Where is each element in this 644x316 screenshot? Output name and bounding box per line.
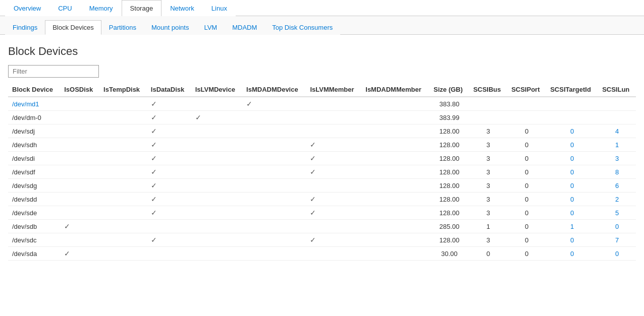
table-cell	[60, 206, 99, 220]
table-cell: /dev/sdf	[8, 165, 60, 179]
col-header-isdatadisk: IsDataDisk	[147, 83, 191, 97]
top-nav-tab-memory[interactable]: Memory	[81, 0, 122, 16]
table-cell	[361, 179, 430, 193]
table-cell	[598, 111, 636, 124]
table-row: /dev/dm-0✓✓383.99	[8, 111, 636, 124]
table-cell	[60, 179, 99, 193]
table-cell: 0	[507, 179, 546, 193]
table-cell: ✓	[306, 138, 361, 152]
table-cell	[60, 193, 99, 206]
table-cell: 285.00	[430, 220, 469, 233]
table-cell: 0	[546, 193, 598, 206]
table-cell: ✓	[147, 124, 191, 138]
table-cell	[99, 97, 147, 111]
table-row: /dev/sdb✓285.001010	[8, 220, 636, 233]
table-cell: /dev/sdj	[8, 124, 60, 138]
sub-nav-tab-mount-points[interactable]: Mount points	[144, 20, 196, 35]
sub-nav-tab-block-devices[interactable]: Block Devices	[45, 20, 101, 35]
table-cell	[242, 233, 306, 247]
table-header: Block DeviceIsOSDiskIsTempDiskIsDataDisk…	[8, 83, 636, 97]
table-cell	[191, 124, 242, 138]
table-cell	[306, 124, 361, 138]
table-cell	[99, 165, 147, 179]
table-cell: /dev/sde	[8, 206, 60, 220]
table-cell: ✓	[306, 152, 361, 165]
table-cell: 128.00	[430, 165, 469, 179]
table-cell	[361, 124, 430, 138]
table-cell: 128.00	[430, 124, 469, 138]
table-cell: 0	[546, 165, 598, 179]
table-cell: 0	[469, 247, 508, 261]
table-cell	[99, 220, 147, 233]
table-cell	[60, 111, 99, 124]
col-header-scsiport: SCSIPort	[507, 83, 546, 97]
table-cell	[191, 247, 242, 261]
table-cell	[191, 233, 242, 247]
table-cell: 0	[507, 165, 546, 179]
col-header-block-device: Block Device	[8, 83, 60, 97]
top-nav-tab-cpu[interactable]: CPU	[49, 0, 80, 16]
table-cell	[191, 165, 242, 179]
table-header-row: Block DeviceIsOSDiskIsTempDiskIsDataDisk…	[8, 83, 636, 97]
table-cell	[361, 206, 430, 220]
sub-nav: FindingsBlock DevicesPartitionsMount poi…	[0, 16, 644, 35]
sub-nav-tab-top-disk-consumers[interactable]: Top Disk Consumers	[264, 20, 340, 35]
table-cell: ✓	[306, 193, 361, 206]
table-cell	[242, 138, 306, 152]
sub-nav-tab-lvm[interactable]: LVM	[196, 20, 225, 35]
table-cell: 0	[546, 206, 598, 220]
table-cell: ✓	[147, 233, 191, 247]
top-nav-tab-network[interactable]: Network	[162, 0, 203, 16]
table-cell: 0	[546, 124, 598, 138]
table-cell	[361, 111, 430, 124]
table-cell[interactable]: /dev/md1	[8, 97, 60, 111]
table-cell: /dev/sdd	[8, 193, 60, 206]
table-cell: 1	[469, 220, 508, 233]
table-cell: 0	[546, 179, 598, 193]
table-cell	[306, 220, 361, 233]
table-cell	[361, 233, 430, 247]
col-header-scsilun: SCSILun	[598, 83, 636, 97]
table-cell: 3	[469, 206, 508, 220]
table-row: /dev/sdf✓✓128.003008	[8, 165, 636, 179]
table-cell	[60, 97, 99, 111]
table-cell: /dev/dm-0	[8, 111, 60, 124]
table-cell	[242, 206, 306, 220]
table-row: /dev/sdd✓✓128.003002	[8, 193, 636, 206]
table-cell: 7	[598, 233, 636, 247]
table-cell: /dev/sdh	[8, 138, 60, 152]
table-cell	[361, 247, 430, 261]
sub-nav-tab-findings[interactable]: Findings	[5, 20, 45, 35]
table-cell: ✓	[147, 193, 191, 206]
table-cell	[242, 179, 306, 193]
table-cell	[306, 97, 361, 111]
table-cell	[306, 111, 361, 124]
table-cell	[361, 152, 430, 165]
table-cell: 0	[507, 124, 546, 138]
table-cell	[99, 233, 147, 247]
sub-nav-tab-mdadm[interactable]: MDADM	[225, 20, 264, 35]
table-cell	[147, 220, 191, 233]
table-cell: ✓	[147, 138, 191, 152]
table-row: /dev/md1✓✓383.80	[8, 97, 636, 111]
top-nav-tab-linux[interactable]: Linux	[203, 0, 236, 16]
table-cell: 1	[598, 138, 636, 152]
top-nav-tab-storage[interactable]: Storage	[122, 0, 162, 16]
filter-input[interactable]	[8, 65, 99, 78]
table-cell: 383.99	[430, 111, 469, 124]
table-cell	[361, 165, 430, 179]
table-cell	[99, 206, 147, 220]
top-nav-tab-overview[interactable]: Overview	[5, 0, 49, 16]
table-cell: 3	[469, 193, 508, 206]
table-cell: ✓	[306, 165, 361, 179]
table-cell: 0	[546, 233, 598, 247]
table-cell: ✓	[147, 165, 191, 179]
col-header-istempdisk: IsTempDisk	[99, 83, 147, 97]
table-cell: 3	[469, 165, 508, 179]
sub-nav-tab-partitions[interactable]: Partitions	[101, 20, 144, 35]
table-cell: /dev/sdi	[8, 152, 60, 165]
table-cell	[361, 220, 430, 233]
table-body: /dev/md1✓✓383.80/dev/dm-0✓✓383.99/dev/sd…	[8, 97, 636, 261]
table-cell	[507, 97, 546, 111]
table-cell: ✓	[147, 111, 191, 124]
